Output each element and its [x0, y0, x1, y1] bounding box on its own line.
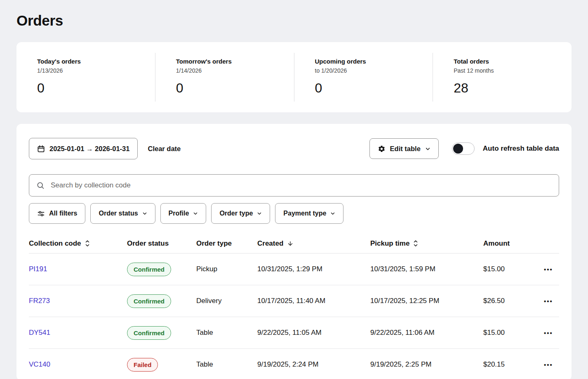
payment-type-filter[interactable]: Payment type — [275, 203, 343, 224]
chevron-down-icon — [425, 146, 430, 152]
auto-refresh-label: Auto refresh table data — [483, 144, 559, 153]
page-title: Orders — [16, 12, 572, 29]
order-status-filter[interactable]: Order status — [90, 203, 155, 224]
amount-cell: $20.15 — [483, 360, 538, 369]
profile-filter-label: Profile — [169, 210, 189, 217]
all-filters-label: All filters — [49, 210, 77, 217]
amount-cell: $26.50 — [483, 297, 538, 305]
stat-value: 0 — [315, 81, 429, 96]
collection-code-link[interactable]: PI191 — [29, 265, 47, 273]
order-type-cell: Pickup — [196, 265, 257, 273]
chevron-down-icon — [193, 211, 198, 216]
sort-icon — [413, 240, 418, 247]
filters-row: All filters Order status Profile Order t… — [29, 203, 559, 224]
collection-code-link[interactable]: DY541 — [29, 329, 50, 336]
column-header-pickup-time[interactable]: Pickup time — [370, 239, 483, 248]
created-cell: 10/17/2025, 11:40 AM — [257, 297, 370, 305]
amount-cell: $15.00 — [483, 265, 538, 273]
toggle-knob — [453, 144, 463, 154]
stat-label: Total orders — [454, 58, 567, 65]
order-type-cell: Table — [196, 329, 257, 337]
row-overflow-menu-icon[interactable]: ••• — [542, 295, 555, 307]
stat-value: 0 — [176, 81, 290, 96]
date-range-value: 2025-01-01 → 2026-01-31 — [49, 145, 129, 153]
stat-subtext: Past 12 months — [454, 67, 567, 74]
pickup-time-cell: 10/17/2025, 12:25 PM — [370, 297, 483, 305]
column-label: Created — [257, 239, 283, 248]
order-type-filter-label: Order type — [219, 210, 253, 217]
payment-type-filter-label: Payment type — [283, 210, 326, 217]
column-header-collection-code[interactable]: Collection code — [29, 239, 127, 248]
column-header-order-type: Order type — [196, 239, 257, 248]
column-header-order-status: Order status — [127, 239, 196, 248]
column-label: Amount — [483, 239, 510, 248]
column-label: Order type — [196, 239, 232, 248]
orders-table: Collection code Order status Order type … — [29, 234, 559, 379]
search-icon — [36, 181, 45, 190]
edit-table-label: Edit table — [390, 145, 421, 153]
row-overflow-menu-icon[interactable]: ••• — [542, 327, 555, 339]
stat-total-orders: Total orders Past 12 months 28 — [433, 53, 572, 102]
chevron-down-icon — [330, 211, 335, 216]
auto-refresh-toggle[interactable] — [452, 142, 475, 155]
order-status-filter-label: Order status — [99, 210, 138, 217]
amount-cell: $15.00 — [483, 329, 538, 337]
sort-descending-arrow-icon — [287, 240, 294, 247]
row-overflow-menu-icon[interactable]: ••• — [542, 263, 555, 275]
order-type-cell: Table — [196, 360, 257, 369]
gear-icon — [378, 145, 386, 153]
chevron-down-icon — [257, 211, 262, 216]
row-overflow-menu-icon[interactable]: ••• — [542, 359, 555, 371]
created-cell: 10/31/2025, 1:29 PM — [257, 265, 370, 273]
created-cell: 9/19/2025, 2:24 PM — [257, 360, 370, 369]
order-type-filter[interactable]: Order type — [211, 203, 270, 224]
stat-subtext: 1/13/2026 — [37, 67, 151, 74]
pickup-time-cell: 9/22/2025, 11:06 AM — [370, 329, 483, 337]
status-pill: Confirmed — [127, 326, 171, 340]
stat-upcoming-orders: Upcoming orders to 1/20/2026 0 — [294, 53, 433, 102]
status-pill: Confirmed — [127, 294, 171, 308]
column-header-amount: Amount — [483, 239, 538, 248]
all-filters-button[interactable]: All filters — [29, 203, 85, 224]
stat-todays-orders: Today's orders 1/13/2026 0 — [16, 53, 155, 102]
date-range-button[interactable]: 2025-01-01 → 2026-01-31 — [29, 138, 138, 159]
column-label: Collection code — [29, 239, 81, 248]
stat-subtext: to 1/20/2026 — [315, 67, 429, 74]
chevron-down-icon — [142, 211, 147, 216]
search-input[interactable] — [50, 181, 552, 190]
search-box — [29, 174, 559, 197]
collection-code-link[interactable]: VC140 — [29, 360, 50, 368]
table-row: PI191 Confirmed Pickup 10/31/2025, 1:29 … — [29, 253, 559, 285]
clear-date-button[interactable]: Clear date — [148, 145, 181, 153]
orders-table-card: 2025-01-01 → 2026-01-31 Clear date Edit … — [16, 124, 572, 379]
column-label: Pickup time — [370, 239, 409, 248]
column-label: Order status — [127, 239, 169, 248]
status-pill: Failed — [127, 358, 158, 372]
column-header-created[interactable]: Created — [257, 239, 370, 248]
profile-filter[interactable]: Profile — [160, 203, 207, 224]
status-pill: Confirmed — [127, 263, 171, 276]
sort-icon — [85, 240, 90, 247]
calendar-icon — [37, 145, 45, 153]
stat-label: Tomorrow's orders — [176, 58, 290, 65]
stats-summary-card: Today's orders 1/13/2026 0 Tomorrow's or… — [16, 42, 572, 112]
filter-sliders-icon — [37, 210, 45, 218]
stat-label: Today's orders — [37, 58, 151, 65]
stat-value: 28 — [454, 81, 567, 96]
order-type-cell: Delivery — [196, 297, 257, 305]
table-header-row: Collection code Order status Order type … — [29, 234, 559, 253]
table-row: FR273 Confirmed Delivery 10/17/2025, 11:… — [29, 285, 559, 317]
table-row: VC140 Failed Table 9/19/2025, 2:24 PM 9/… — [29, 349, 559, 379]
collection-code-link[interactable]: FR273 — [29, 297, 50, 305]
stat-subtext: 1/14/2026 — [176, 67, 290, 74]
edit-table-button[interactable]: Edit table — [369, 138, 439, 159]
stat-value: 0 — [37, 81, 151, 96]
table-row: DY541 Confirmed Table 9/22/2025, 11:05 A… — [29, 317, 559, 349]
pickup-time-cell: 9/19/2025, 2:25 PM — [370, 360, 483, 369]
orders-page: Orders Today's orders 1/13/2026 0 Tomorr… — [0, 12, 588, 379]
stat-tomorrows-orders: Tomorrow's orders 1/14/2026 0 — [155, 53, 294, 102]
stat-label: Upcoming orders — [315, 58, 429, 65]
pickup-time-cell: 10/31/2025, 1:59 PM — [370, 265, 483, 273]
created-cell: 9/22/2025, 11:05 AM — [257, 329, 370, 337]
table-toolbar: 2025-01-01 → 2026-01-31 Clear date Edit … — [29, 138, 559, 159]
